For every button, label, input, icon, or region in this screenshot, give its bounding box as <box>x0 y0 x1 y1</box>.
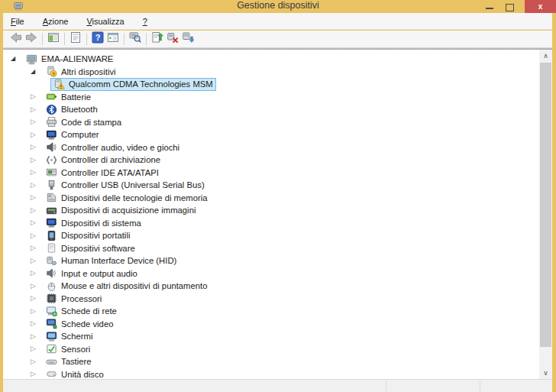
tree-row[interactable]: ▷Mouse e altri dispositivi di puntamento <box>3 280 552 293</box>
tree-item[interactable]: Dispositivi delle tecnologie di memoria <box>43 191 211 204</box>
tree-row[interactable]: ▷Computer <box>3 128 552 141</box>
expand-arrow-icon[interactable]: ▷ <box>31 118 43 125</box>
tree-row[interactable]: ▷Controller audio, video e giochi <box>3 141 552 154</box>
tree-row[interactable]: ▷Schede di rete <box>3 305 552 318</box>
expand-arrow-icon[interactable]: ▷ <box>31 106 43 113</box>
expand-arrow-icon[interactable]: ▷ <box>31 131 43 138</box>
tree-row[interactable]: ▷Unità disco <box>3 368 552 380</box>
expand-arrow-icon[interactable]: ▷ <box>31 157 43 164</box>
tree-item[interactable]: Schede di rete <box>43 305 120 318</box>
disable-button[interactable] <box>180 32 196 46</box>
expand-arrow-icon[interactable]: ▷ <box>31 283 43 290</box>
tree-item[interactable]: Schermi <box>43 330 95 343</box>
expand-arrow-icon[interactable]: ▷ <box>31 232 43 239</box>
expand-arrow-icon[interactable]: ▷ <box>31 371 43 377</box>
expand-arrow-icon[interactable]: ▷ <box>31 144 43 151</box>
tree-row[interactable]: ▷Dispositivi di acquisizione immagini <box>3 204 552 217</box>
tree-item[interactable]: Input e output audio <box>43 267 141 280</box>
tree-row[interactable]: ▷Input e output audio <box>3 267 552 280</box>
tree-item[interactable]: Dispositivi software <box>43 241 138 254</box>
tree-item[interactable]: Unità disco <box>43 368 107 379</box>
tree-item[interactable]: ?Altri dispositivi <box>43 65 119 78</box>
tree-row[interactable]: ▷Dispositivi portatili <box>3 229 552 242</box>
expand-arrow-icon[interactable]: ▷ <box>31 182 43 189</box>
tree-row[interactable]: ◢EMA-ALIENWARE <box>3 53 552 66</box>
show-console-tree-button[interactable] <box>46 32 61 46</box>
tree-row[interactable]: ▷Schermi <box>3 330 552 343</box>
collapse-arrow-icon[interactable]: ◢ <box>11 56 23 62</box>
tree-item[interactable]: EMA-ALIENWARE <box>23 53 116 66</box>
expand-arrow-icon[interactable]: ▷ <box>31 207 43 214</box>
tree-row[interactable]: ▷Code di stampa <box>3 116 552 129</box>
expand-arrow-icon[interactable]: ▷ <box>31 93 43 100</box>
expand-arrow-icon[interactable]: ▷ <box>31 320 43 327</box>
expand-arrow-icon[interactable]: ▷ <box>31 219 43 226</box>
menu-file[interactable]: File <box>11 17 24 26</box>
expand-arrow-icon[interactable]: ▷ <box>31 270 43 277</box>
tree-item[interactable]: Processori <box>43 292 105 305</box>
tree-item[interactable]: Schede video <box>43 317 116 330</box>
menu-visualizza[interactable]: Visualizza <box>86 17 124 26</box>
tree-row[interactable]: ▷Batterie <box>3 91 552 104</box>
back-button[interactable] <box>8 32 24 46</box>
tree-row[interactable]: ▷Processori <box>3 293 552 306</box>
expand-arrow-icon[interactable]: ▷ <box>31 345 43 352</box>
expand-arrow-icon[interactable]: ▷ <box>31 295 43 302</box>
expand-arrow-icon[interactable]: ▷ <box>31 358 43 365</box>
tree-item-label: Schede video <box>61 319 113 329</box>
minimize-button[interactable] <box>479 0 499 13</box>
tree-item[interactable]: Tastiere <box>43 355 95 368</box>
tree-item[interactable]: Bluetooth <box>43 103 101 116</box>
scrollbar-thumb[interactable] <box>540 63 551 347</box>
tree-item[interactable]: Sensori <box>43 342 93 355</box>
tree-item[interactable]: Dispositivi portatili <box>43 229 133 242</box>
tree-row[interactable]: ▷Human Interface Device (HID) <box>3 254 552 267</box>
tree-row[interactable]: ▷Controller USB (Universal Serial Bus) <box>3 179 552 192</box>
uninstall-button[interactable] <box>165 32 180 46</box>
tree-row[interactable]: ▷Dispositivi delle tecnologie di memoria <box>3 192 552 205</box>
tree-row[interactable]: Qualcomm CDMA Technologies MSM <box>3 78 552 91</box>
tree-item[interactable]: Controller IDE ATA/ATAPI <box>43 166 162 179</box>
tree-item[interactable]: Batterie <box>43 90 94 103</box>
list-view-button[interactable] <box>105 32 121 46</box>
expand-arrow-icon[interactable]: ▷ <box>31 258 43 264</box>
tree-row[interactable]: ▷Dispositivi software <box>3 242 552 255</box>
tree-item[interactable]: Mouse e altri dispositivi di puntamento <box>43 280 211 293</box>
expand-arrow-icon[interactable]: ▷ <box>31 194 43 201</box>
update-driver-button[interactable] <box>150 32 165 46</box>
tree-item[interactable]: Computer <box>43 128 102 141</box>
menu-azione[interactable]: Azione <box>43 17 69 26</box>
expand-arrow-icon[interactable]: ▷ <box>31 308 43 315</box>
tree-item[interactable]: Controller USB (Universal Serial Bus) <box>43 179 208 192</box>
expand-arrow-icon[interactable]: ▷ <box>31 245 43 251</box>
properties-button[interactable] <box>68 32 83 46</box>
forward-button[interactable] <box>24 32 39 46</box>
tree-item[interactable]: Dispositivi di sistema <box>43 216 144 229</box>
menu-help[interactable]: ? <box>143 17 147 26</box>
tree-item[interactable]: Human Interface Device (HID) <box>43 254 179 267</box>
tree-row[interactable]: ◢?Altri dispositivi <box>3 66 552 79</box>
tree-row[interactable]: ▷Dispositivi di sistema <box>3 217 552 230</box>
tree-row[interactable]: ▷Controller IDE ATA/ATAPI <box>3 167 552 180</box>
tree-item[interactable]: Controller audio, video e giochi <box>43 141 183 154</box>
tree-row[interactable]: ▷Tastiere <box>3 355 552 368</box>
selected-tree-item[interactable]: Qualcomm CDMA Technologies MSM <box>50 78 216 91</box>
expand-arrow-icon[interactable]: ▷ <box>31 169 43 176</box>
tree-row[interactable]: ▷Sensori <box>3 343 552 356</box>
chevron-down-icon[interactable]: ∨ <box>539 367 552 379</box>
expand-arrow-icon[interactable]: ▷ <box>31 333 43 340</box>
title-bar[interactable]: Gestione dispositivi x <box>0 0 556 13</box>
close-button[interactable]: x <box>525 0 556 13</box>
chevron-up-icon[interactable]: ∧ <box>539 50 552 62</box>
maximize-button[interactable] <box>499 0 520 13</box>
tree-row[interactable]: ▷Schede video <box>3 318 552 331</box>
tree-item[interactable]: Controller di archiviazione <box>43 154 163 167</box>
tree-row[interactable]: ▷Controller di archiviazione <box>3 154 552 167</box>
scan-hardware-button[interactable] <box>128 32 143 46</box>
help-button[interactable]: ? <box>90 32 105 46</box>
collapse-arrow-icon[interactable]: ◢ <box>31 69 43 75</box>
tree-item[interactable]: Dispositivi di acquisizione immagini <box>43 204 199 217</box>
tree-item[interactable]: Code di stampa <box>43 115 124 128</box>
scrollbar[interactable]: ∧ ∨ <box>539 50 552 379</box>
tree-row[interactable]: ▷Bluetooth <box>3 103 552 116</box>
